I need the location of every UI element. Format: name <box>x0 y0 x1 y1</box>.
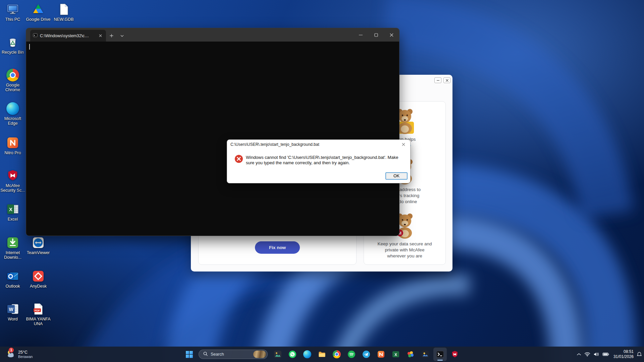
taskbar-media-icon[interactable] <box>271 348 284 361</box>
desktop-icon-label: Internet Downlo... <box>0 250 25 260</box>
error-dialog-title: C:\Users\USER\.tenjo\start_tenjo_backgro… <box>230 142 400 147</box>
terminal-tab[interactable]: C:\Windows\system32\cmd.exe <box>30 30 106 42</box>
desktop-icon-mcafee[interactable]: McAfee Security Sc... <box>0 169 25 193</box>
desktop-icon-google-drive[interactable]: Google Drive <box>25 3 51 22</box>
terminal-titlebar[interactable]: C:\Windows\system32\cmd.exe <box>26 28 399 42</box>
weather-condition: Berawan <box>18 355 33 359</box>
clock-time: 08:51 <box>613 349 634 354</box>
desktop-icon-label: NEW.GDB <box>54 17 73 22</box>
desktop-icon-label: Outlook <box>5 284 20 289</box>
desktop-icon-label: This PC <box>5 17 20 22</box>
taskbar-whatsapp-icon[interactable] <box>286 348 299 361</box>
desktop-icon-label: Google Drive <box>26 17 51 22</box>
terminal-minimize-button[interactable] <box>353 28 368 42</box>
excel-icon: X <box>6 202 19 216</box>
desktop-icon-bima-pdf[interactable]: PDF BIMA YANFA UNA <box>25 302 51 326</box>
desktop-icon-anydesk[interactable]: AnyDesk <box>25 269 51 289</box>
terminal-tab-title: C:\Windows\system32\cmd.exe <box>40 34 91 38</box>
desktop-icon-label: Excel <box>8 217 18 222</box>
terminal-cursor <box>29 44 30 50</box>
desktop-icon-label: TeamViewer <box>27 250 50 255</box>
error-dialog-titlebar[interactable]: C:\Users\USER\.tenjo\start_tenjo_backgro… <box>227 140 410 149</box>
ok-button[interactable]: OK <box>385 172 408 180</box>
word-icon: W <box>6 302 19 316</box>
desktop-icon-teamviewer[interactable]: TeamViewer <box>25 236 51 255</box>
desktop-icon-recycle-bin[interactable]: Recycle Bin <box>0 36 25 55</box>
taskbar-google-photos-icon[interactable] <box>404 348 417 361</box>
search-icon <box>203 351 208 358</box>
search-placeholder: Search <box>211 352 251 357</box>
error-icon <box>234 155 243 165</box>
taskbar-edge-icon[interactable] <box>301 348 314 361</box>
search-box[interactable]: Search <box>199 350 268 359</box>
desktop-icon-nitro-pro[interactable]: Nitro Pro <box>0 136 25 155</box>
terminal-maximize-button[interactable] <box>368 28 384 42</box>
volume-icon[interactable] <box>593 352 599 357</box>
pdf-icon: PDF <box>32 302 45 316</box>
notification-badge: 1 <box>9 348 14 353</box>
desktop-icon-label: Microsoft Edge <box>0 116 25 126</box>
tab-close-icon[interactable] <box>97 33 103 39</box>
start-button[interactable] <box>182 348 196 361</box>
privacy-line: private with McAfee <box>364 247 445 253</box>
mcafee-minimize-button[interactable] <box>434 77 441 83</box>
error-dialog: C:\Users\USER\.tenjo\start_tenjo_backgro… <box>227 139 411 183</box>
battery-icon[interactable] <box>602 352 609 356</box>
svg-text:W: W <box>9 307 13 312</box>
notification-bell-icon[interactable] <box>637 352 642 357</box>
desktop-icon-word[interactable]: W Word <box>0 302 25 321</box>
taskbar-mcafee-icon[interactable] <box>448 348 462 361</box>
taskbar-spotify-icon[interactable] <box>345 348 358 361</box>
desktop-icon-label: Google Chrome <box>0 83 25 93</box>
terminal-window: C:\Windows\system32\cmd.exe <box>26 28 399 236</box>
desktop-icon-outlook[interactable]: Outlook <box>0 269 25 289</box>
taskbar-telegram-icon[interactable] <box>360 348 373 361</box>
fix-now-button[interactable]: Fix now <box>255 241 300 254</box>
taskbar-terminal-icon[interactable] <box>433 348 447 361</box>
idm-icon <box>6 236 19 249</box>
tab-dropdown-button[interactable] <box>117 30 127 42</box>
desktop-icon-this-pc[interactable]: This PC <box>0 3 25 22</box>
cmd-icon <box>33 33 38 39</box>
mcafee-close-button[interactable] <box>443 77 450 83</box>
teamviewer-icon <box>32 236 45 249</box>
desktop-icon-label: AnyDesk <box>30 284 47 289</box>
svg-text:X: X <box>394 353 397 357</box>
svg-text:X: X <box>9 206 12 212</box>
desktop-icon-google-chrome[interactable]: Google Chrome <box>0 68 25 93</box>
privacy-line: Keep your data secure and <box>364 241 445 247</box>
search-daily-image[interactable] <box>253 351 266 358</box>
desktop-icon-label: Nitro Pro <box>4 150 21 155</box>
mcafee-privacy-text: Keep your data secure and private with M… <box>364 241 445 259</box>
edge-icon <box>6 102 19 115</box>
taskbar-photos-icon[interactable] <box>419 348 432 361</box>
desktop-icon-microsoft-edge[interactable]: Microsoft Edge <box>0 102 25 126</box>
google-drive-icon <box>32 3 45 16</box>
desktop-icon-idm[interactable]: Internet Downlo... <box>0 236 25 260</box>
desktop-icon-label: McAfee Security Sc... <box>0 183 25 193</box>
wifi-icon[interactable] <box>584 352 590 357</box>
taskbar-file-explorer-icon[interactable] <box>315 348 329 361</box>
new-tab-button[interactable] <box>106 30 117 42</box>
svg-text:PDF: PDF <box>35 309 40 312</box>
clock-date: 31/01/2026 <box>613 354 634 359</box>
terminal-screen[interactable] <box>26 42 399 236</box>
tray-chevron-up-icon[interactable] <box>577 353 581 356</box>
taskbar-chrome-icon[interactable] <box>330 348 343 361</box>
error-message: Windows cannot find 'C:\Users\USER\.tenj… <box>246 155 404 166</box>
outlook-icon <box>6 269 19 283</box>
terminal-close-button[interactable] <box>384 28 399 42</box>
desktop-icon-excel[interactable]: X Excel <box>0 202 25 222</box>
taskbar-excel-icon[interactable]: X <box>389 348 402 361</box>
system-tray: 08:51 31/01/2026 <box>577 347 642 362</box>
document-icon <box>57 3 70 16</box>
this-pc-icon <box>6 3 19 16</box>
system-clock[interactable]: 08:51 31/01/2026 <box>613 349 634 359</box>
error-dialog-close-icon[interactable] <box>400 141 407 148</box>
weather-widget[interactable]: 1 25°C Berawan <box>2 347 36 362</box>
nitro-pro-icon <box>6 136 19 149</box>
desktop-icon-new-gdb[interactable]: NEW.GDB <box>51 3 76 22</box>
taskbar-nitro-icon[interactable] <box>374 348 388 361</box>
desktop-icon-label: BIMA YANFA UNA <box>25 317 51 326</box>
weather-temp: 25°C <box>18 350 33 355</box>
